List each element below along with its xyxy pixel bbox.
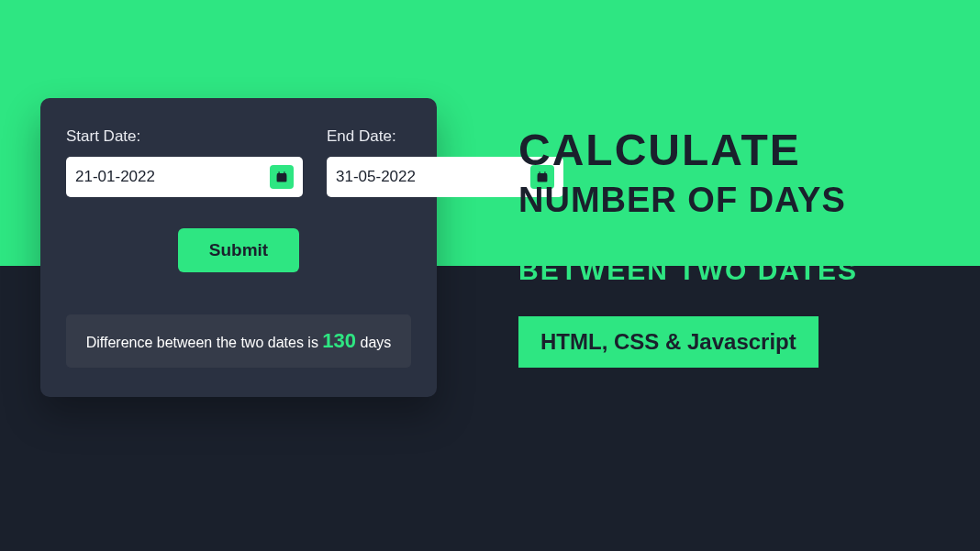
title-line-2: NUMBER OF DAYS [518,182,950,220]
start-date-input-wrapper [66,157,303,197]
start-date-label: Start Date: [66,127,303,146]
calculator-card: Start Date: End Date: [40,98,437,397]
tech-badge: HTML, CSS & Javascript [518,316,819,368]
title-line-1: CALCULATE [518,128,950,172]
date-row: Start Date: End Date: [66,127,411,197]
end-date-input[interactable] [336,168,530,186]
svg-rect-1 [277,175,287,182]
calendar-icon[interactable] [270,165,294,189]
result-prefix: Difference between the two dates is [86,335,323,350]
result-number: 130 [322,329,356,352]
result-suffix: days [356,335,391,350]
start-date-group: Start Date: [66,127,303,197]
title-line-3: BETWEEN TWO DATES [518,255,950,285]
title-section: CALCULATE NUMBER OF DAYS BETWEEN TWO DAT… [518,128,950,368]
start-date-input[interactable] [75,168,270,186]
result-bar: Difference between the two dates is 130 … [66,314,411,368]
submit-button[interactable]: Submit [178,228,299,272]
submit-row: Submit [66,228,411,272]
